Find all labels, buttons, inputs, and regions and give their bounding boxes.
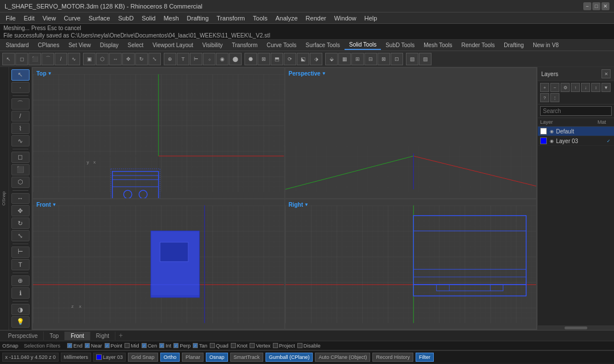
toolbar-tab-visibility[interactable]: Visibility: [198, 41, 227, 49]
menu-item-subd[interactable]: SubD: [115, 14, 138, 23]
analyze-tool[interactable]: ⊕: [11, 275, 30, 287]
toolbar-icon-24[interactable]: ⬙: [325, 53, 338, 65]
toolbar-icon-18[interactable]: ⬣: [244, 53, 257, 65]
view-tab-front[interactable]: Front: [65, 332, 90, 340]
toolbar-icon-23[interactable]: ⬗: [310, 53, 322, 65]
viewport-front[interactable]: Front ▼ z x: [33, 199, 284, 329]
layer-visibility-icon-1[interactable]: ◉: [548, 137, 555, 144]
point-tool[interactable]: ·: [11, 82, 30, 93]
snap-check-end[interactable]: ✓: [67, 343, 72, 348]
toolbar-icon-28[interactable]: ⊠: [377, 53, 390, 65]
viewport-top[interactable]: Top ▼: [33, 68, 284, 198]
toolbar-tab-drafting[interactable]: Drafting: [499, 41, 528, 49]
toolbar-icon-2[interactable]: ⬛: [28, 53, 41, 65]
toolbar-tab-standard[interactable]: Standard: [1, 41, 34, 49]
curve-tool[interactable]: ⌒: [11, 98, 30, 110]
snap-check-int[interactable]: ✓: [159, 343, 164, 348]
menu-item-view[interactable]: View: [39, 14, 60, 23]
solid-tool[interactable]: ⬛: [11, 164, 30, 175]
grid-snap-btn[interactable]: Grid Snap: [128, 353, 158, 362]
snap-check-mid[interactable]: [125, 343, 130, 348]
polyline-tool[interactable]: ⌇: [11, 123, 30, 134]
toolbar-icon-26[interactable]: ⊞: [351, 53, 364, 65]
toolbar-tab-cplanes[interactable]: CPlanes: [34, 41, 64, 49]
menu-item-mesh[interactable]: Mesh: [160, 14, 182, 23]
toolbar-tab-solid-tools[interactable]: Solid Tools: [345, 40, 381, 50]
view-tab-perspective[interactable]: Perspective: [2, 332, 44, 340]
toolbar-tab-curve-tools[interactable]: Curve Tools: [262, 41, 301, 49]
layer-row-1[interactable]: ◉Layer 03✓: [538, 136, 614, 146]
light-tool[interactable]: 💡: [11, 316, 30, 328]
text-tool[interactable]: T: [11, 259, 30, 270]
toolbar-tab-display[interactable]: Display: [96, 41, 123, 49]
toolbar-icon-13[interactable]: T: [177, 53, 189, 65]
toolbar-tab-surface-tools[interactable]: Surface Tools: [301, 41, 345, 49]
toolbar-icon-11[interactable]: ⤡: [148, 53, 161, 65]
snap-check-knot[interactable]: [231, 343, 236, 348]
snap-item-int[interactable]: ✓Int: [159, 343, 171, 349]
toolbar-tab-viewport-layout[interactable]: Viewport Layout: [148, 41, 198, 49]
snap-item-perp[interactable]: ✓Perp: [173, 343, 190, 349]
auto-cplane-btn[interactable]: Auto CPlane (Object): [315, 353, 370, 362]
snap-item-vertex[interactable]: Vertex: [250, 343, 271, 349]
info-tool[interactable]: ℹ: [11, 287, 30, 299]
toolbar-icon-8[interactable]: ↔: [109, 53, 122, 65]
mesh-tool[interactable]: ⬡: [11, 177, 30, 188]
toolbar-icon-7[interactable]: ⬡: [96, 53, 109, 65]
layer-delete-btn[interactable]: −: [550, 83, 559, 92]
toolbar-tab-set-view[interactable]: Set View: [64, 41, 95, 49]
transform-tool[interactable]: ↔: [11, 193, 30, 204]
snap-check-tan[interactable]: ✓: [193, 343, 198, 348]
snap-item-quad[interactable]: Quad: [210, 343, 229, 349]
ortho-btn[interactable]: Ortho: [160, 353, 180, 362]
toolbar-icon-16[interactable]: ◉: [216, 53, 229, 65]
snap-item-cen[interactable]: ✓Cen: [142, 343, 157, 349]
record-history-btn[interactable]: Record History: [372, 353, 413, 362]
toolbar-icon-3[interactable]: ⌒: [42, 53, 54, 65]
menu-item-surface[interactable]: Surface: [85, 14, 114, 23]
layer-move-btn[interactable]: ↕: [591, 83, 600, 92]
toolbar-icon-30[interactable]: ▧: [406, 53, 418, 65]
snap-check-project[interactable]: [273, 343, 278, 348]
snap-check-vertex[interactable]: [250, 343, 255, 348]
menu-item-solid[interactable]: Solid: [138, 14, 159, 23]
scale-tool[interactable]: ⤡: [11, 230, 30, 241]
snap-check-cen[interactable]: ✓: [142, 343, 147, 348]
filter-btn[interactable]: Filter: [416, 353, 434, 362]
snap-item-project[interactable]: Project: [273, 343, 295, 349]
gumball-btn[interactable]: Gumball (CPlane): [265, 353, 313, 362]
viewport-right[interactable]: Right ▼ z y: [285, 199, 537, 329]
toolbar-icon-20[interactable]: ⬒: [271, 53, 283, 65]
toolbar-icon-1[interactable]: ◻: [15, 53, 28, 65]
toolbar-tab-mesh-tools[interactable]: Mesh Tools: [419, 41, 457, 49]
snap-item-mid[interactable]: Mid: [125, 343, 139, 349]
snap-check-point[interactable]: ✓: [105, 343, 110, 348]
toolbar-tab-subd-tools[interactable]: SubD Tools: [381, 41, 419, 49]
layers-search-input[interactable]: [540, 106, 612, 116]
view-tab-add-btn[interactable]: +: [115, 330, 126, 341]
menu-item-render[interactable]: Render: [302, 14, 330, 23]
surface-tool[interactable]: ◻: [11, 152, 30, 163]
menu-item-tools[interactable]: Tools: [250, 14, 271, 23]
osnap-btn[interactable]: Osnap: [206, 353, 228, 362]
planar-btn[interactable]: Planar: [182, 353, 204, 362]
snap-item-knot[interactable]: Knot: [231, 343, 248, 349]
dim-tool[interactable]: ⊢: [11, 246, 30, 258]
menu-item-analyze[interactable]: Analyze: [272, 14, 301, 23]
move-tool[interactable]: ✥: [11, 205, 30, 216]
smart-track-btn[interactable]: SmartTrack: [230, 353, 263, 362]
menu-item-file[interactable]: File: [2, 14, 19, 23]
toolbar-icon-15[interactable]: ⬦: [203, 53, 215, 65]
freeform-tool[interactable]: ∿: [11, 135, 30, 147]
menu-item-curve[interactable]: Curve: [60, 14, 84, 23]
snap-item-point[interactable]: ✓Point: [105, 343, 123, 349]
snap-check-near[interactable]: ✓: [85, 343, 90, 348]
toolbar-icon-4[interactable]: /: [55, 53, 67, 65]
toolbar-icon-27[interactable]: ⊟: [364, 53, 377, 65]
rotate-tool[interactable]: ↻: [11, 217, 30, 229]
toolbar-icon-29[interactable]: ⊡: [391, 53, 403, 65]
toolbar-icon-21[interactable]: ⟳: [284, 53, 296, 65]
menu-item-window[interactable]: Window: [331, 14, 360, 23]
layer-section[interactable]: Layer 03: [93, 353, 126, 362]
minimize-button[interactable]: −: [583, 2, 591, 10]
